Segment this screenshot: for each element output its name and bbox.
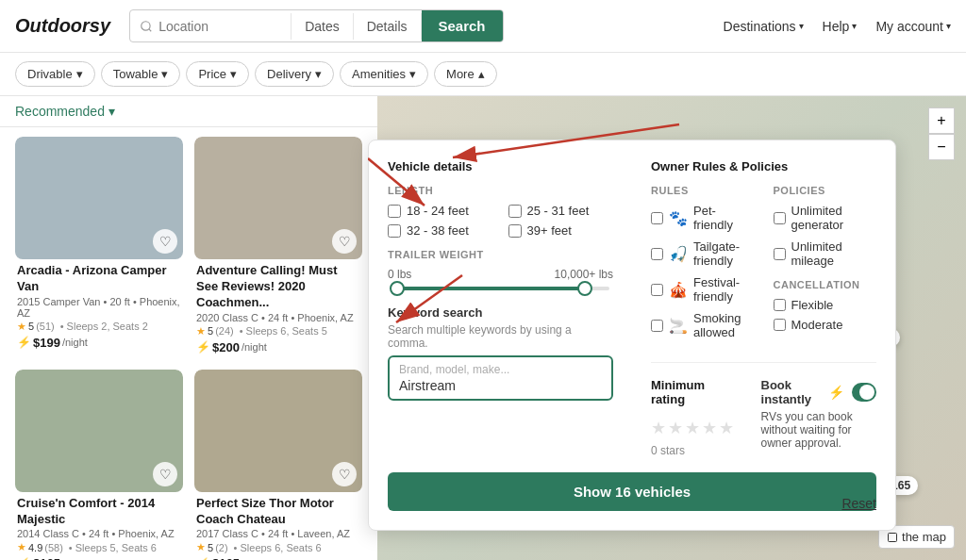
recommended-filter[interactable]: Recommended ▾ <box>15 104 115 119</box>
review-count: (24) <box>215 325 234 337</box>
length-option-label: 18 - 24 feet <box>407 204 469 218</box>
star-1[interactable]: ★ <box>651 418 666 438</box>
length-checkbox-item[interactable]: 39+ feet <box>508 223 614 238</box>
show-vehicles-button[interactable]: Show 16 vehicles <box>388 472 876 511</box>
price-value: $165 <box>33 556 60 560</box>
amenities-filter[interactable]: Amenities ▾ <box>340 61 428 87</box>
cancellation-item[interactable]: Moderate <box>774 318 877 332</box>
rule-item[interactable]: 🎣 Tailgate-friendly <box>651 239 755 268</box>
heart-button[interactable]: ♡ <box>153 462 177 486</box>
zoom-in-button[interactable]: + <box>928 107 955 134</box>
length-label: LENGTH <box>388 185 613 196</box>
heart-button[interactable]: ♡ <box>332 462 357 486</box>
details-tab[interactable]: Details <box>354 13 422 40</box>
keyword-placeholder: Brand, model, make... <box>399 363 602 376</box>
heart-button[interactable]: ♡ <box>332 229 357 254</box>
length-checkbox[interactable] <box>508 224 522 238</box>
rule-checkbox[interactable] <box>651 284 663 296</box>
search-button[interactable]: Search <box>422 10 503 41</box>
star-3[interactable]: ★ <box>685 418 700 438</box>
rule-icon: 🎪 <box>669 281 688 299</box>
account-link[interactable]: My account ▾ <box>875 19 951 34</box>
cancel-checkbox[interactable] <box>774 319 786 331</box>
listing-info: Perfect Size Thor Motor Coach Chateau 20… <box>194 492 362 560</box>
listing-subtitle: 2020 Class C • 24 ft • Phoenix, AZ <box>196 312 360 323</box>
towable-chevron: ▾ <box>161 67 168 81</box>
rule-label: Festival-friendly <box>693 275 755 304</box>
cancel-checkbox[interactable] <box>774 299 786 311</box>
length-checkbox[interactable] <box>388 205 401 218</box>
search-bar: Dates Details Search <box>129 9 503 42</box>
policy-checkbox[interactable] <box>774 248 786 260</box>
location-input[interactable] <box>158 19 281 34</box>
header: Outdoorsy Dates Details Search Destinati… <box>0 0 966 53</box>
listing-card[interactable]: ♡ Cruise'n Comfort - 2014 Majestic 2014 … <box>15 370 183 560</box>
map-zoom-controls: + − <box>928 107 955 160</box>
policy-item[interactable]: Unlimited mileage <box>774 239 877 268</box>
length-checkbox[interactable] <box>508 205 522 218</box>
svg-point-0 <box>142 21 150 29</box>
book-instantly-toggle[interactable] <box>852 383 876 402</box>
length-checkbox[interactable] <box>388 224 401 238</box>
vehicle-details-col: Vehicle details LENGTH 18 - 24 feet 25 -… <box>388 159 613 457</box>
rating-value: 5 <box>208 325 213 337</box>
zoom-out-button[interactable]: − <box>928 134 955 160</box>
search-location-field[interactable] <box>130 13 291 40</box>
keyword-hint: Search multiple keywords by using a comm… <box>388 323 613 350</box>
rule-checkbox[interactable] <box>651 212 663 224</box>
policies-label: POLICIES <box>774 185 877 196</box>
book-instantly-description: RVs you can book without waiting for own… <box>761 410 876 450</box>
reset-link[interactable]: Reset <box>841 496 876 511</box>
destinations-chevron: ▾ <box>799 21 804 31</box>
recommended-chevron: ▾ <box>108 104 115 119</box>
listing-image: ♡ <box>15 370 183 492</box>
policy-label: Unlimited generator <box>791 204 877 232</box>
listing-card[interactable]: ♡ Arcadia - Arizona Camper Van 2015 Camp… <box>15 137 183 358</box>
rule-item[interactable]: 🚬 Smoking allowed <box>651 311 755 339</box>
star-2[interactable]: ★ <box>668 418 683 438</box>
policy-checkbox[interactable] <box>774 212 786 224</box>
length-checkbox-item[interactable]: 25 - 31 feet <box>508 204 614 218</box>
amenities-chevron: ▾ <box>409 67 416 81</box>
slider-thumb-left[interactable] <box>390 281 405 296</box>
star-rating: ★ <box>17 541 26 553</box>
more-filter[interactable]: More ▴ <box>434 61 497 87</box>
heart-button[interactable]: ♡ <box>153 229 177 254</box>
star-5[interactable]: ★ <box>719 418 734 438</box>
delivery-chevron: ▾ <box>315 67 322 81</box>
star-4[interactable]: ★ <box>702 418 717 438</box>
cancellation-item[interactable]: Flexible <box>774 298 877 312</box>
rule-item[interactable]: 🐾 Pet-friendly <box>651 204 755 232</box>
destinations-link[interactable]: Destinations ▾ <box>724 19 804 34</box>
policy-item[interactable]: Unlimited generator <box>774 204 877 232</box>
review-count: (51) <box>36 321 55 332</box>
rule-item[interactable]: 🎪 Festival-friendly <box>651 275 755 304</box>
cancel-label: Flexible <box>791 298 834 312</box>
length-checkbox-item[interactable]: 32 - 38 feet <box>388 223 493 238</box>
rule-checkbox[interactable] <box>651 320 663 332</box>
listing-rating: ★ 5 (24) • Sleeps 6, Seats 5 <box>196 325 360 338</box>
price-filter[interactable]: Price ▾ <box>186 61 249 87</box>
listing-card[interactable]: ♡ Adventure Calling! Must See Reviews! 2… <box>194 137 362 358</box>
map-toggle-label: the map <box>902 530 946 544</box>
help-link[interactable]: Help ▾ <box>823 19 858 34</box>
delivery-filter[interactable]: Delivery ▾ <box>255 61 334 87</box>
towable-filter[interactable]: Towable ▾ <box>101 61 181 87</box>
cancellation-section: CANCELLATION Flexible Moderate <box>774 279 877 332</box>
sleeps-info: • Sleeps 6, Seats 5 <box>240 325 327 337</box>
weight-slider-track[interactable] <box>391 287 609 290</box>
price-lightning: ⚡ <box>17 336 31 349</box>
listing-image: ♡ <box>194 370 362 492</box>
length-checkbox-item[interactable]: 18 - 24 feet <box>388 204 493 218</box>
listing-card[interactable]: ♡ Perfect Size Thor Motor Coach Chateau … <box>194 370 362 560</box>
dates-tab[interactable]: Dates <box>291 13 354 40</box>
rule-label: Pet-friendly <box>693 204 755 232</box>
slider-thumb-right[interactable] <box>577 281 592 296</box>
rule-checkbox[interactable] <box>651 248 663 260</box>
keyword-input-wrapper[interactable]: Brand, model, make... Airstream <box>388 355 613 401</box>
help-chevron: ▾ <box>852 21 857 31</box>
account-chevron: ▾ <box>946 21 951 31</box>
drivable-filter[interactable]: Drivable ▾ <box>15 61 95 87</box>
length-option-label: 25 - 31 feet <box>527 204 590 218</box>
header-right: Destinations ▾ Help ▾ My account ▾ <box>724 19 951 34</box>
